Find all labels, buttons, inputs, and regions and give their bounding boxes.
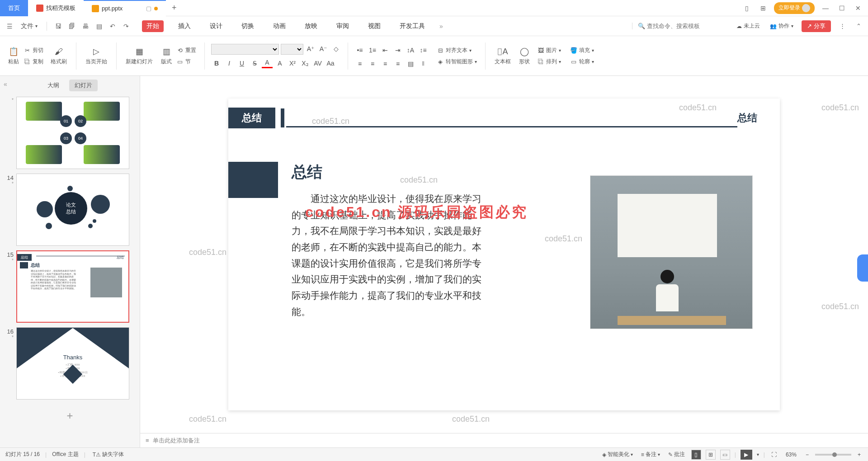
- menu-tab-view[interactable]: 视图: [363, 20, 385, 32]
- beautify-button[interactable]: ◈智能美化▾: [600, 450, 635, 459]
- redo-icon[interactable]: ↷: [121, 21, 131, 31]
- picture-button[interactable]: 🖼图片▾: [535, 46, 563, 55]
- section-button[interactable]: ▭节: [175, 57, 198, 66]
- columns-button[interactable]: ▤: [405, 59, 416, 69]
- tab-home[interactable]: 首页: [0, 0, 28, 16]
- format-painter-button[interactable]: 🖌格式刷: [48, 44, 70, 67]
- increase-font-icon[interactable]: A⁺: [305, 44, 316, 54]
- new-slide-button[interactable]: ▦新建幻灯片: [123, 44, 156, 67]
- add-slide-button[interactable]: +: [66, 409, 73, 422]
- notes-bar[interactable]: ≡ 单击此处添加备注: [140, 433, 868, 447]
- layout-button[interactable]: ▥版式: [158, 44, 175, 67]
- font-select[interactable]: [211, 44, 279, 55]
- tab-template[interactable]: 找稻壳模板: [28, 0, 84, 16]
- collab-button[interactable]: 👥协作▾: [768, 21, 795, 31]
- fill-button[interactable]: 🪣填充▾: [568, 46, 596, 55]
- menu-tab-design[interactable]: 设计: [205, 20, 227, 32]
- strike-button[interactable]: S̶: [249, 58, 260, 68]
- sidebar-tab-outline[interactable]: 大纲: [42, 80, 65, 91]
- from-current-button[interactable]: ▷当页开始: [83, 44, 110, 67]
- view-normal-button[interactable]: ▯: [691, 450, 701, 460]
- slide-canvas[interactable]: 总结 总结 总结 通过这次的毕业设计，使得我在原来学习的专业知识基础上，提高了实…: [228, 99, 780, 410]
- convert-smart-button[interactable]: ◈转智能图形▾: [435, 57, 479, 66]
- menu-tab-review[interactable]: 审阅: [332, 20, 354, 32]
- align-right-button[interactable]: ≡: [380, 59, 391, 69]
- collapse-sidebar-icon[interactable]: «: [4, 80, 7, 88]
- highlight-button[interactable]: A: [274, 58, 285, 68]
- cut-button[interactable]: ✂剪切: [22, 46, 45, 55]
- bold-button[interactable]: B: [211, 58, 222, 68]
- hamburger-icon[interactable]: ☰: [5, 21, 14, 31]
- print-preview-icon[interactable]: ▤: [94, 21, 104, 31]
- missing-font-button[interactable]: T⚠缺失字体: [91, 450, 126, 459]
- character-spacing-button[interactable]: AV: [312, 58, 323, 68]
- italic-button[interactable]: I: [224, 58, 235, 68]
- more-tabs-icon[interactable]: »: [439, 23, 443, 30]
- menu-tab-start[interactable]: 开始: [142, 20, 164, 32]
- outline-button[interactable]: ▭轮廓▾: [568, 57, 596, 66]
- cloud-status[interactable]: ☁未上云: [735, 21, 762, 31]
- indent-left-button[interactable]: ⇤: [380, 45, 391, 55]
- zoom-value[interactable]: 63%: [783, 452, 799, 458]
- align-center-button[interactable]: ≡: [367, 59, 378, 69]
- clear-format-icon[interactable]: ◇: [330, 44, 341, 54]
- decrease-font-icon[interactable]: A⁻: [318, 44, 329, 54]
- menu-tab-devtools[interactable]: 开发工具: [395, 20, 429, 32]
- undo-icon[interactable]: ↶: [108, 21, 118, 31]
- presentation-mode-icon[interactable]: ▢: [146, 5, 151, 12]
- zoom-slider[interactable]: [815, 454, 851, 456]
- search-input[interactable]: [647, 23, 728, 29]
- view-reading-button[interactable]: ▭: [720, 450, 730, 460]
- zoom-out-button[interactable]: −: [804, 451, 811, 459]
- collapse-ribbon-icon[interactable]: ⌃: [854, 21, 863, 31]
- underline-button[interactable]: U: [236, 58, 247, 68]
- reset-button[interactable]: ⟲重置: [175, 46, 198, 55]
- thumbnail-13[interactable]: 01 02 03 04: [16, 97, 129, 169]
- zoom-in-button[interactable]: +: [856, 451, 863, 459]
- save-as-icon[interactable]: 🗐: [67, 21, 77, 31]
- share-button[interactable]: ↗分享: [802, 20, 831, 32]
- file-menu[interactable]: 文件 ▾: [18, 22, 40, 30]
- arrange-button[interactable]: ⿻排列▾: [535, 57, 563, 66]
- canvas-area[interactable]: 总结 总结 总结 通过这次的毕业设计，使得我在原来学习的专业知识基础上，提高了实…: [140, 76, 868, 433]
- numbering-button[interactable]: 1≡: [367, 45, 378, 55]
- line-spacing-button[interactable]: ↕≡: [418, 45, 429, 55]
- bullets-button[interactable]: •≡: [354, 45, 365, 55]
- save-icon[interactable]: 🖫: [53, 21, 63, 31]
- print-icon[interactable]: 🖶: [80, 21, 90, 31]
- thumbnail-15[interactable]: 总结 总结 总结 通过这次的毕业设计，使得我在原来学习的专业知识基础上，提高了实…: [16, 250, 129, 323]
- indent-right-button[interactable]: ⇥: [392, 45, 403, 55]
- size-select[interactable]: [281, 44, 303, 55]
- shape-button[interactable]: ◯形状: [516, 44, 533, 67]
- menu-tab-animation[interactable]: 动画: [269, 20, 290, 32]
- align-left-button[interactable]: ≡: [354, 59, 365, 69]
- fit-button[interactable]: ⛶: [769, 451, 778, 459]
- comments-button[interactable]: ✎批注: [666, 450, 687, 459]
- textbox-button[interactable]: ⌷A文本框: [492, 44, 514, 67]
- distribute-button[interactable]: ⫴: [418, 59, 429, 69]
- change-case-button[interactable]: Aa: [325, 58, 336, 68]
- apps-icon[interactable]: ⊞: [758, 3, 769, 14]
- view-sorter-button[interactable]: ⊞: [706, 450, 716, 460]
- thumbnails[interactable]: * 01 02 03 04 14* 论文总结: [0, 95, 140, 447]
- menu-tab-insert[interactable]: 插入: [174, 20, 195, 32]
- close-icon[interactable]: ✕: [853, 3, 863, 14]
- text-direction-button[interactable]: ↕A: [405, 45, 416, 55]
- thumbnail-14[interactable]: 论文总结: [16, 174, 129, 246]
- notes-button[interactable]: ≡备注▾: [639, 450, 662, 459]
- align-justify-button[interactable]: ≡: [392, 59, 403, 69]
- align-text-button[interactable]: ⊟对齐文本▾: [435, 46, 479, 55]
- slideshow-button[interactable]: ▶: [741, 450, 752, 460]
- menu-tab-transition[interactable]: 切换: [237, 20, 259, 32]
- right-panel-toggle[interactable]: [857, 254, 868, 282]
- layout-1-icon[interactable]: ▯: [741, 3, 752, 14]
- sidebar-tab-slides[interactable]: 幻灯片: [69, 80, 98, 91]
- paste-button[interactable]: 📋粘贴: [5, 44, 22, 67]
- more-icon[interactable]: ⋮: [837, 21, 847, 31]
- font-color-button[interactable]: A: [262, 58, 273, 68]
- login-button[interactable]: 立即登录: [774, 2, 815, 14]
- tab-add[interactable]: +: [166, 3, 182, 13]
- minimize-icon[interactable]: —: [820, 3, 831, 14]
- superscript-button[interactable]: X²: [287, 58, 298, 68]
- tab-file[interactable]: ppt.pptx ▢: [84, 0, 166, 16]
